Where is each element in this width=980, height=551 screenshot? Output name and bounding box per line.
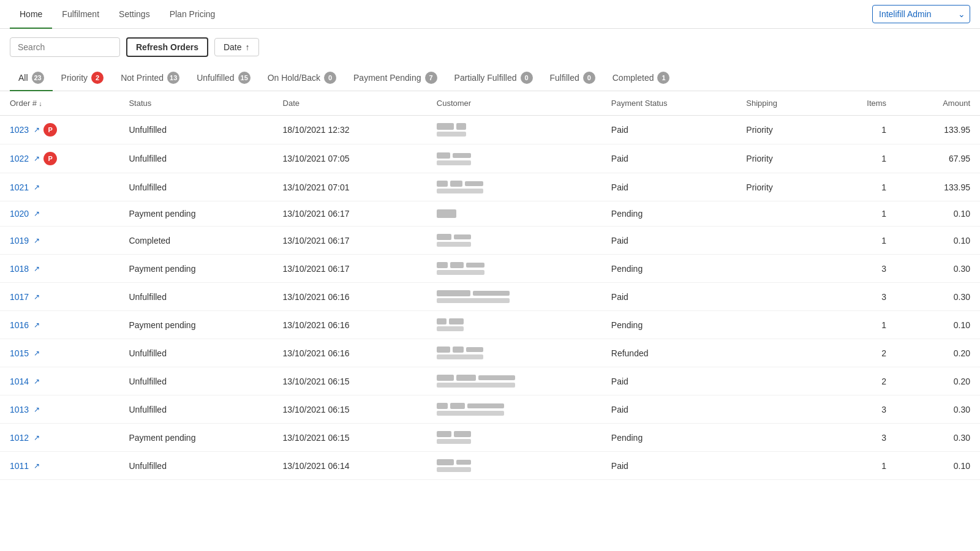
col-amount: Amount <box>896 91 980 116</box>
table-row: 1015↗Unfulfilled13/10/2021 06:16Refunded… <box>0 339 980 367</box>
on-hold-count-badge: 0 <box>324 72 336 84</box>
nav-tab-settings[interactable]: Settings <box>109 1 160 29</box>
filter-tab-priority[interactable]: Priority 2 <box>53 66 113 91</box>
shipping-cell <box>736 255 826 283</box>
external-link-icon[interactable]: ↗ <box>34 462 40 470</box>
external-link-icon[interactable]: ↗ <box>34 433 40 442</box>
all-count-badge: 23 <box>32 72 44 84</box>
filter-tab-all[interactable]: All 23 <box>10 66 53 91</box>
order-number-cell: 1021↗ <box>0 173 119 201</box>
order-link[interactable]: 1011 <box>10 461 29 471</box>
customer-cell <box>427 283 601 311</box>
col-status: Status <box>119 91 273 116</box>
external-link-icon[interactable]: ↗ <box>34 183 40 192</box>
fulfilled-count-badge: 0 <box>583 72 595 84</box>
amount-cell: 0.20 <box>896 339 980 367</box>
nav-tab-fulfilment[interactable]: Fulfilment <box>52 1 109 29</box>
external-link-icon[interactable]: ↗ <box>34 293 40 301</box>
external-link-icon[interactable]: ↗ <box>34 405 40 414</box>
amount-cell: 0.30 <box>896 283 980 311</box>
items-cell: 2 <box>826 367 896 395</box>
order-link[interactable]: 1023 <box>10 125 29 135</box>
payment-status-cell: Pending <box>601 255 737 283</box>
order-link[interactable]: 1022 <box>10 154 29 163</box>
external-link-icon[interactable]: ↗ <box>34 349 40 358</box>
shipping-cell: Priority <box>736 116 826 144</box>
external-link-icon[interactable]: ↗ <box>34 321 40 329</box>
order-link[interactable]: 1017 <box>10 292 29 302</box>
filter-tab-on-hold[interactable]: On Hold/Back 0 <box>259 66 345 91</box>
payment-status-cell: Refunded <box>601 339 737 367</box>
amount-cell: 0.10 <box>896 227 980 255</box>
amount-cell: 0.10 <box>896 201 980 227</box>
external-link-icon[interactable]: ↗ <box>34 377 40 386</box>
filter-tab-unfulfilled[interactable]: Unfulfilled 15 <box>188 66 258 91</box>
order-number-cell: 1020↗ <box>0 201 119 227</box>
order-link[interactable]: 1012 <box>10 433 29 443</box>
order-link[interactable]: 1021 <box>10 182 29 192</box>
order-number-cell: 1016↗ <box>0 311 119 339</box>
amount-cell: 0.30 <box>896 255 980 283</box>
external-link-icon[interactable]: ↗ <box>34 126 40 134</box>
col-payment-status: Payment Status <box>601 91 737 116</box>
items-cell: 2 <box>826 339 896 367</box>
external-link-icon[interactable]: ↗ <box>34 154 40 163</box>
nav-bar: Home Fulfilment Settings Plan Pricing In… <box>0 0 980 29</box>
customer-cell <box>427 424 601 452</box>
order-link[interactable]: 1015 <box>10 348 29 358</box>
date-cell: 13/10/2021 06:16 <box>273 283 427 311</box>
col-order-number[interactable]: Order # <box>0 91 119 116</box>
order-number-cell: 1011↗ <box>0 452 119 480</box>
items-cell: 1 <box>826 311 896 339</box>
payment-status-cell: Paid <box>601 227 737 255</box>
table-row: 1020↗Payment pending13/10/2021 06:17Pend… <box>0 201 980 227</box>
status-cell: Unfulfilled <box>119 339 273 367</box>
amount-cell: 0.30 <box>896 395 980 424</box>
amount-cell: 67.95 <box>896 144 980 173</box>
filter-tab-completed[interactable]: Completed 1 <box>604 66 679 91</box>
order-link[interactable]: 1014 <box>10 377 29 386</box>
status-cell: Payment pending <box>119 424 273 452</box>
filter-tab-payment-pending[interactable]: Payment Pending 7 <box>345 66 446 91</box>
payment-status-cell: Paid <box>601 452 737 480</box>
order-link[interactable]: 1016 <box>10 320 29 330</box>
partially-fulfilled-count-badge: 0 <box>521 72 533 84</box>
refresh-orders-button[interactable]: Refresh Orders <box>126 37 208 57</box>
order-number-cell: 1012↗ <box>0 424 119 452</box>
status-cell: Payment pending <box>119 201 273 227</box>
order-link[interactable]: 1020 <box>10 209 29 219</box>
external-link-icon[interactable]: ↗ <box>34 236 40 245</box>
status-cell: Unfulfilled <box>119 283 273 311</box>
order-number-cell: 1013↗ <box>0 395 119 424</box>
col-items: Items <box>826 91 896 116</box>
shipping-cell <box>736 311 826 339</box>
order-link[interactable]: 1018 <box>10 264 29 274</box>
customer-cell <box>427 116 601 144</box>
order-link[interactable]: 1013 <box>10 405 29 414</box>
table-row: 1014↗Unfulfilled13/10/2021 06:15Paid20.2… <box>0 367 980 395</box>
amount-cell: 0.20 <box>896 367 980 395</box>
filter-tab-partially-fulfilled[interactable]: Partially Fulfilled 0 <box>446 66 541 91</box>
external-link-icon[interactable]: ↗ <box>34 209 40 218</box>
amount-cell: 0.10 <box>896 452 980 480</box>
filter-tab-not-printed[interactable]: Not Printed 13 <box>112 66 188 91</box>
payment-status-cell: Paid <box>601 116 737 144</box>
payment-status-cell: Pending <box>601 424 737 452</box>
items-cell: 3 <box>826 283 896 311</box>
external-link-icon[interactable]: ↗ <box>34 264 40 273</box>
status-cell: Unfulfilled <box>119 367 273 395</box>
items-cell: 3 <box>826 255 896 283</box>
items-cell: 1 <box>826 452 896 480</box>
order-number-cell: 1018↗ <box>0 255 119 283</box>
order-link[interactable]: 1019 <box>10 236 29 246</box>
search-input[interactable] <box>10 37 120 57</box>
nav-tab-home[interactable]: Home <box>10 1 52 29</box>
admin-dropdown[interactable]: Intelifill Admin <box>872 5 970 23</box>
filter-tab-fulfilled[interactable]: Fulfilled 0 <box>541 66 604 91</box>
order-number-cell: 1015↗ <box>0 339 119 367</box>
date-filter-button[interactable]: Date ↑ <box>214 38 259 56</box>
amount-cell: 133.95 <box>896 173 980 201</box>
nav-tab-plan-pricing[interactable]: Plan Pricing <box>160 1 225 29</box>
order-number-cell: 1023↗P <box>0 116 119 144</box>
toolbar: Refresh Orders Date ↑ <box>0 29 980 66</box>
